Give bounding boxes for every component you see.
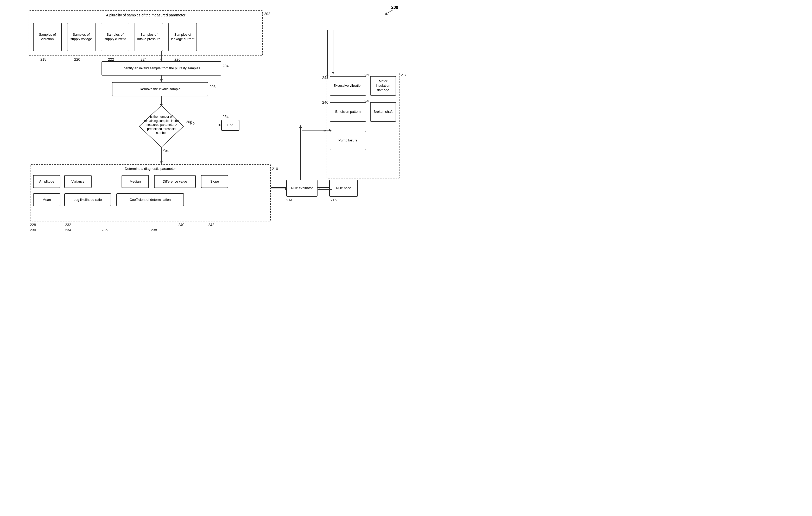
label-242: 242 — [208, 223, 214, 227]
coeff-det-box: Coefficient of determination — [116, 193, 184, 206]
label-246: 246 — [322, 100, 328, 105]
label-254: 254 — [223, 115, 229, 119]
label-204: 204 — [223, 64, 229, 68]
samples-voltage-box: Samples of supply voltage — [67, 23, 95, 51]
label-210: 210 — [272, 167, 278, 171]
step-206-box: Remove the invalid sample — [112, 82, 208, 97]
svg-marker-26 — [285, 188, 288, 190]
svg-line-0 — [385, 10, 393, 14]
rule-evaluator-box: Rule evaluator — [286, 180, 318, 197]
samples-current-box: Samples of supply current — [101, 23, 129, 51]
label-250: 250 — [365, 73, 370, 77]
label-220: 220 — [74, 57, 80, 61]
end-box: End — [221, 120, 239, 131]
figure-number: 200 — [391, 5, 398, 10]
samples-vibration-box: Samples of vibration — [33, 23, 62, 51]
excessive-vibration-box: Excessive vibration — [330, 76, 366, 96]
log-likelihood-box: Log likelihood ratio — [64, 193, 111, 206]
label-222: 222 — [108, 57, 114, 61]
diamond-text: Is the number of remaining samples in th… — [143, 115, 180, 135]
label-230: 230 — [30, 228, 36, 232]
no-label: No — [190, 121, 195, 125]
label-234: 234 — [65, 228, 71, 232]
label-216: 216 — [330, 198, 337, 202]
rule-base-box: Rule base — [329, 180, 358, 197]
label-206: 206 — [209, 85, 215, 89]
median-box: Median — [121, 175, 149, 188]
emulsion-pattern-box: Emulsion pattern — [330, 102, 366, 121]
variance-box: Variance — [64, 175, 92, 188]
label-214: 214 — [286, 198, 292, 202]
label-226: 226 — [174, 57, 180, 61]
top-group-box: A plurality of samples of the measured p… — [29, 10, 263, 56]
fault-group-box: Excessive vibration Emulsion pattern Pum… — [327, 72, 400, 179]
svg-marker-11 — [219, 124, 221, 126]
label-236: 236 — [102, 228, 108, 232]
amplitude-box: Amplitude — [33, 175, 60, 188]
svg-marker-1 — [385, 12, 388, 15]
label-202: 202 — [264, 12, 270, 16]
samples-leakage-box: Samples of leakage current — [168, 23, 197, 51]
label-248: 248 — [365, 99, 370, 103]
top-group-title: A plurality of samples of the measured p… — [106, 13, 185, 17]
label-232: 232 — [65, 223, 71, 227]
svg-marker-9 — [160, 162, 163, 164]
svg-marker-17 — [299, 125, 302, 128]
diamond-208: Is the number of remaining samples in th… — [138, 104, 185, 146]
label-218: 218 — [40, 57, 46, 61]
label-224: 224 — [141, 57, 147, 61]
svg-marker-28 — [318, 188, 320, 190]
yes-label: Yes — [163, 148, 169, 153]
step-204-box: Identify an invalid sample from the plur… — [102, 61, 221, 76]
diag-group-title: Determine a diagnostic parameter — [125, 167, 176, 171]
diff-value-box: Difference value — [154, 175, 196, 188]
label-212: 212 — [401, 73, 406, 77]
flowchart-diagram: 200 — [0, 0, 406, 258]
broken-shaft-box: Broken shaft — [370, 102, 396, 121]
pump-failure-box: Pump failure — [330, 131, 366, 150]
label-240: 240 — [178, 223, 184, 227]
samples-pressure-box: Samples of intake pressure — [135, 23, 163, 51]
svg-marker-3 — [160, 59, 163, 61]
mean-box: Mean — [33, 193, 60, 206]
motor-insulation-box: Motor insulation damage — [370, 76, 396, 96]
svg-marker-5 — [160, 79, 163, 82]
label-228: 228 — [30, 223, 36, 227]
diamond-208-container: Is the number of remaining samples in th… — [138, 103, 185, 147]
slope-box: Slope — [201, 175, 228, 188]
label-252: 252 — [322, 129, 328, 133]
arrow-diag-rule — [271, 188, 289, 195]
label-238: 238 — [151, 228, 157, 232]
diag-group-box: Determine a diagnostic parameter Amplitu… — [30, 164, 271, 221]
arrow-rulebase-ruleevaluator — [318, 188, 332, 193]
label-244: 244 — [322, 76, 328, 80]
